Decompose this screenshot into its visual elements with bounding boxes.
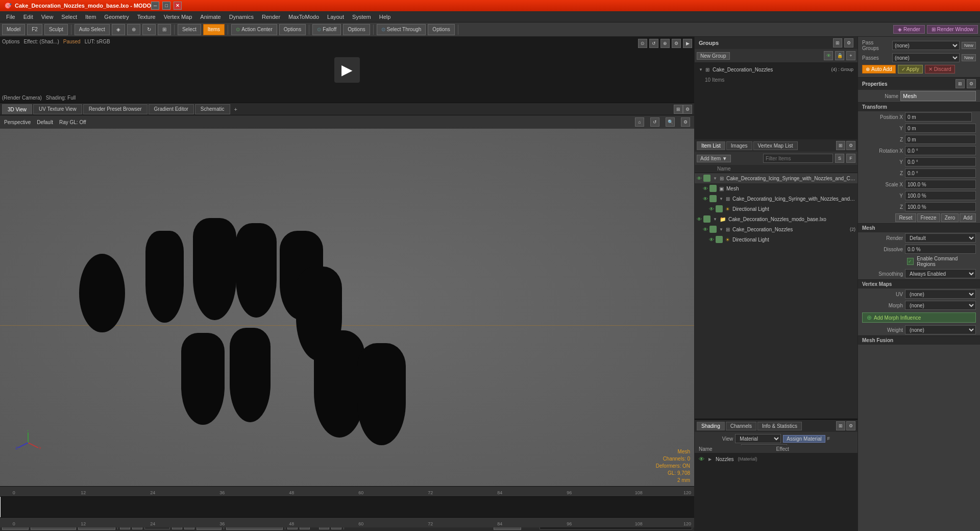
list-item-7[interactable]: 👁 ☀ Directional Light <box>695 234 857 245</box>
freeze-button[interactable]: Freeze <box>917 213 940 222</box>
vp-icon-home[interactable]: ⌂ <box>635 117 644 127</box>
tab-schematic[interactable]: Schematic <box>195 104 230 114</box>
falloff-button[interactable]: ⊙ Falloff <box>312 24 341 35</box>
zero-button[interactable]: Zero <box>941 213 959 222</box>
viewport-expand-icon[interactable]: ⊞ <box>674 105 683 114</box>
preview-icon-5[interactable]: ▶ <box>683 39 692 48</box>
menu-file[interactable]: File <box>2 13 19 21</box>
reset-button[interactable]: Reset <box>895 213 916 222</box>
name-field[interactable] <box>900 91 976 101</box>
item-expand-6[interactable]: ▼ <box>719 227 723 232</box>
item-expand-3[interactable]: ▼ <box>719 197 723 201</box>
close-button[interactable]: ✕ <box>174 2 182 10</box>
list-item-1[interactable]: 👁 ▼ ⊞ Cake_Decorating_Icing_Syringe_with… <box>695 173 857 183</box>
menu-maxtomodo[interactable]: MaxToModo <box>284 13 323 21</box>
filter-s-icon[interactable]: S <box>835 154 844 163</box>
position-x-slider[interactable] <box>972 112 976 122</box>
minimize-button[interactable]: ─ <box>151 2 159 10</box>
action-center-button[interactable]: ⊙ Action Center <box>231 24 277 35</box>
tab-vertex-map-list[interactable]: Vertex Map List <box>753 141 798 150</box>
uv-select[interactable]: (none) <box>905 289 976 299</box>
shading-expand-icon[interactable]: ⊞ <box>836 421 845 430</box>
groups-eye-icon[interactable]: 👁 <box>824 51 833 60</box>
dissolve-slider[interactable]: 0.0 % <box>905 245 976 254</box>
groups-expand-icon[interactable]: ⊞ <box>833 38 842 47</box>
pass-groups-select[interactable]: (none) <box>892 41 960 50</box>
scale-z-value[interactable]: 100.0 % <box>905 202 976 211</box>
list-item-6[interactable]: 👁 ▼ ⊞ Cake_Decoration_Nozzles (2) <box>695 224 857 234</box>
item-eye-6[interactable]: 👁 <box>703 227 708 232</box>
item-eye-3[interactable]: 👁 <box>703 196 708 202</box>
enable-cmd-checkbox[interactable]: ✓ <box>907 258 914 265</box>
weight-select[interactable]: (none) <box>905 325 976 334</box>
menu-animate[interactable]: Animate <box>196 13 225 21</box>
f2-button[interactable]: F2 <box>27 24 42 35</box>
passes-select[interactable]: (none) <box>892 53 960 62</box>
add-item-button[interactable]: Add Item ▼ <box>697 155 731 162</box>
scale-y-value[interactable]: 100.0 % <box>905 191 976 200</box>
shading-expand-icon-row[interactable]: ▶ <box>708 457 712 462</box>
select-button[interactable]: Select <box>178 24 201 35</box>
rotation-y-value[interactable]: 0.0 ° <box>905 157 976 166</box>
list-item-3[interactable]: 👁 ▼ ⊞ Cake_Decorating_Icing_Syringe_with… <box>695 194 857 204</box>
scale-x-value[interactable]: 100.0 % <box>905 180 976 189</box>
menu-select[interactable]: Select <box>57 13 81 21</box>
menu-system[interactable]: System <box>348 13 375 21</box>
items-settings-icon[interactable]: ⚙ <box>846 141 855 150</box>
transform-btn-2[interactable]: ⊕ <box>127 24 140 35</box>
tab-render-preset[interactable]: Render Preset Browser <box>83 104 148 114</box>
list-item-2[interactable]: 👁 ▣ Mesh <box>695 183 857 194</box>
new-group-button[interactable]: New Group <box>697 52 730 60</box>
pass-groups-new-button[interactable]: New <box>962 42 976 49</box>
assign-material-button[interactable]: Assign Material <box>783 435 825 443</box>
discard-button[interactable]: ✕ Discard <box>925 65 955 74</box>
sculpt-button[interactable]: Sculpt <box>44 24 68 35</box>
vp-icon-rotate[interactable]: ↺ <box>650 117 659 127</box>
menu-edit[interactable]: Edit <box>19 13 37 21</box>
auto-select-button[interactable]: Auto Select <box>75 24 110 35</box>
menu-view[interactable]: View <box>37 13 58 21</box>
apply-button[interactable]: ✓ Apply <box>898 65 923 74</box>
falloff-options-button[interactable]: Options <box>343 24 370 35</box>
preview-icon-1[interactable]: ⊙ <box>638 39 647 48</box>
menu-texture[interactable]: Texture <box>133 13 160 21</box>
preview-icon-3[interactable]: ⊕ <box>660 39 670 48</box>
tab-uv-texture[interactable]: UV Texture View <box>33 104 82 114</box>
shading-eye-icon[interactable]: 👁 <box>699 456 704 462</box>
select-options-button[interactable]: Options <box>428 24 454 35</box>
menu-layout[interactable]: Layout <box>323 13 348 21</box>
select-through-button[interactable]: ⊙ Select Through <box>377 24 426 35</box>
item-expand-1[interactable]: ▼ <box>713 176 717 181</box>
item-expand-5[interactable]: ▼ <box>713 217 717 222</box>
item-eye-4[interactable]: 👁 <box>709 206 714 212</box>
item-eye-7[interactable]: 👁 <box>709 237 714 243</box>
tab-3d-view[interactable]: 3D View <box>2 104 32 114</box>
preview-icon-2[interactable]: ↺ <box>649 39 658 48</box>
vp-icon-zoom[interactable]: 🔍 <box>666 117 675 127</box>
smoothing-select[interactable]: Always Enabled <box>905 269 976 278</box>
menu-vertexmap[interactable]: Vertex Map <box>160 13 197 21</box>
tab-add-icon[interactable]: + <box>231 105 240 113</box>
position-z-value[interactable]: 0 m <box>905 135 976 144</box>
view-select[interactable]: Material <box>735 434 781 443</box>
action-options-button[interactable]: Options <box>279 24 306 35</box>
tab-images[interactable]: Images <box>726 141 752 150</box>
menu-geometry[interactable]: Geometry <box>100 13 133 21</box>
add-button[interactable]: Add <box>960 213 976 222</box>
render-select[interactable]: Default <box>905 233 976 243</box>
item-eye-2[interactable]: 👁 <box>703 186 708 191</box>
auto-add-button[interactable]: ⊕ Auto Add <box>862 65 896 74</box>
3d-viewport[interactable]: Perspective Default Ray GL: Off ⌂ ↺ 🔍 ⚙ <box>0 115 694 486</box>
filter-items-input[interactable] <box>763 154 833 163</box>
maximize-button[interactable]: □ <box>162 2 170 10</box>
passes-new-button[interactable]: New <box>962 54 976 61</box>
items-button[interactable]: Items <box>203 24 225 35</box>
menu-render[interactable]: Render <box>258 13 284 21</box>
group-row-1[interactable]: ▼ ⊞ Cake_Decoration_Nozzles (4) : Group <box>697 64 855 75</box>
list-item-4[interactable]: 👁 ☀ Directional Light <box>695 204 857 214</box>
shading-row-1[interactable]: 👁 ▶ Nozzles (Material) <box>695 453 857 465</box>
transform-btn-1[interactable]: ◈ <box>112 24 125 35</box>
filter-f-icon[interactable]: F <box>846 154 855 163</box>
model-button[interactable]: Model <box>2 24 25 35</box>
tab-info-stats[interactable]: Info & Statistics <box>757 422 802 430</box>
